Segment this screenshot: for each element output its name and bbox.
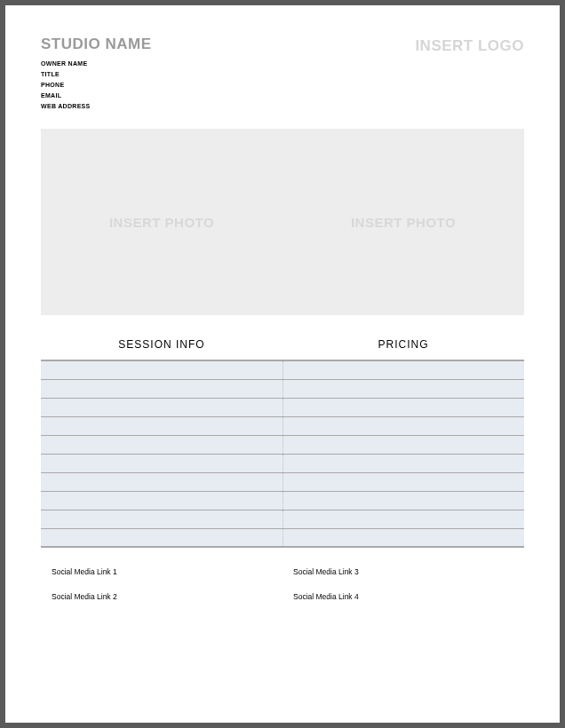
session-info-cell[interactable] <box>41 416 282 435</box>
phone[interactable]: PHONE <box>41 80 152 91</box>
table-row <box>41 491 524 510</box>
pricing-cell[interactable] <box>282 528 524 547</box>
session-info-cell[interactable] <box>41 528 282 547</box>
social-link-4[interactable]: Social Media Link 4 <box>293 592 524 601</box>
web-address[interactable]: WEB ADDRESS <box>41 101 152 112</box>
studio-block: STUDIO NAME OWNER NAME TITLE PHONE EMAIL… <box>41 36 152 111</box>
pricing-cell[interactable] <box>282 510 524 528</box>
table-row <box>41 398 524 416</box>
pricing-cell[interactable] <box>282 416 524 435</box>
studio-name[interactable]: STUDIO NAME <box>41 36 152 53</box>
photo-slot-left-label: INSERT PHOTO <box>109 215 214 230</box>
photo-area: INSERT PHOTO INSERT PHOTO <box>41 129 524 315</box>
session-info-cell[interactable] <box>41 454 282 472</box>
table-row <box>41 528 524 547</box>
social-link-2[interactable]: Social Media Link 2 <box>52 592 282 601</box>
pricing-title: PRICING <box>282 338 524 351</box>
social-link-1[interactable]: Social Media Link 1 <box>52 567 282 576</box>
pricing-cell[interactable] <box>282 398 524 416</box>
table-row <box>41 379 524 398</box>
social-links: Social Media Link 1 Social Media Link 2 … <box>41 567 524 617</box>
section-titles: SESSION INFO PRICING <box>41 338 524 351</box>
session-info-title: SESSION INFO <box>41 338 282 351</box>
owner-title[interactable]: TITLE <box>41 69 152 80</box>
session-info-cell[interactable] <box>41 379 282 398</box>
session-info-cell[interactable] <box>41 491 282 510</box>
header: STUDIO NAME OWNER NAME TITLE PHONE EMAIL… <box>41 36 524 111</box>
social-link-3[interactable]: Social Media Link 3 <box>293 567 524 576</box>
owner-name[interactable]: OWNER NAME <box>41 59 152 69</box>
email[interactable]: EMAIL <box>41 91 152 101</box>
pricing-cell[interactable] <box>282 435 524 454</box>
pricing-cell[interactable] <box>282 491 524 510</box>
pricing-cell[interactable] <box>282 379 524 398</box>
session-info-cell[interactable] <box>41 435 282 454</box>
table-row <box>41 454 524 472</box>
table-row <box>41 360 524 379</box>
social-col-2: Social Media Link 3 Social Media Link 4 <box>282 567 524 617</box>
photo-slot-left[interactable]: INSERT PHOTO <box>41 129 282 315</box>
pricing-cell[interactable] <box>282 454 524 472</box>
session-info-cell[interactable] <box>41 472 282 491</box>
pricing-cell[interactable] <box>282 360 524 379</box>
table-row <box>41 416 524 435</box>
photo-slot-right-label: INSERT PHOTO <box>351 215 456 230</box>
session-info-cell[interactable] <box>41 360 282 379</box>
session-info-cell[interactable] <box>41 398 282 416</box>
info-table <box>41 360 524 548</box>
pricing-cell[interactable] <box>282 472 524 491</box>
social-col-1: Social Media Link 1 Social Media Link 2 <box>41 567 282 617</box>
photo-slot-right[interactable]: INSERT PHOTO <box>282 129 524 315</box>
table-row <box>41 435 524 454</box>
session-info-cell[interactable] <box>41 510 282 528</box>
table-row <box>41 472 524 491</box>
table-row <box>41 510 524 528</box>
logo-placeholder[interactable]: INSERT LOGO <box>415 37 524 55</box>
